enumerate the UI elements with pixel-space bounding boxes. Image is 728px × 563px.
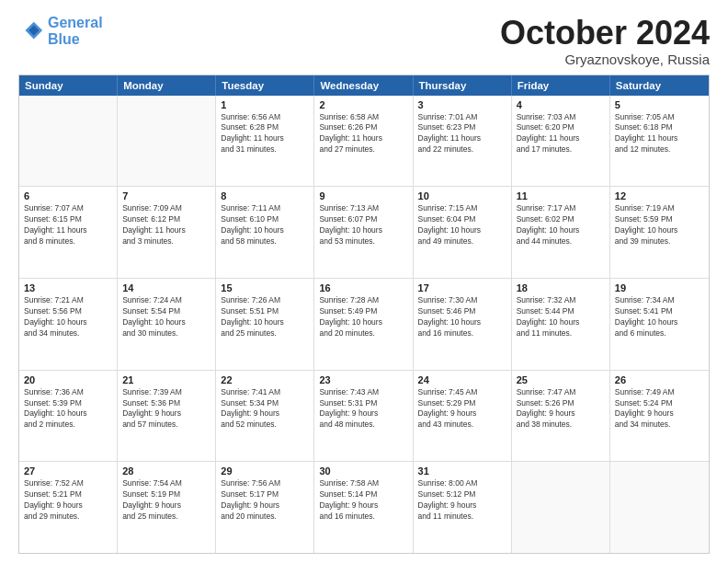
calendar-header: SundayMondayTuesdayWednesdayThursdayFrid… <box>19 75 709 96</box>
day-info: Sunrise: 7:45 AM Sunset: 5:29 PM Dayligh… <box>418 387 506 431</box>
day-info: Sunrise: 7:54 AM Sunset: 5:19 PM Dayligh… <box>122 478 210 523</box>
calendar-cell: 26Sunrise: 7:49 AM Sunset: 5:24 PM Dayli… <box>610 371 709 462</box>
day-info: Sunrise: 7:52 AM Sunset: 5:21 PM Dayligh… <box>24 478 112 523</box>
month-title: October 2024 <box>500 15 710 52</box>
day-info: Sunrise: 7:30 AM Sunset: 5:46 PM Dayligh… <box>418 295 506 339</box>
calendar-cell: 3Sunrise: 7:01 AM Sunset: 6:23 PM Daylig… <box>414 96 512 187</box>
calendar: SundayMondayTuesdayWednesdayThursdayFrid… <box>18 75 710 554</box>
calendar-cell: 8Sunrise: 7:11 AM Sunset: 6:10 PM Daylig… <box>216 187 314 278</box>
day-info: Sunrise: 7:01 AM Sunset: 6:23 PM Dayligh… <box>418 112 506 156</box>
calendar-cell: 25Sunrise: 7:47 AM Sunset: 5:26 PM Dayli… <box>512 371 610 462</box>
weekday-header: Sunday <box>19 75 118 96</box>
day-info: Sunrise: 7:43 AM Sunset: 5:31 PM Dayligh… <box>319 387 407 431</box>
day-info: Sunrise: 7:11 AM Sunset: 6:10 PM Dayligh… <box>221 203 309 247</box>
calendar-row: 6Sunrise: 7:07 AM Sunset: 6:15 PM Daylig… <box>19 187 709 279</box>
day-info: Sunrise: 7:32 AM Sunset: 5:44 PM Dayligh… <box>517 295 605 339</box>
weekday-header: Saturday <box>610 75 709 96</box>
day-info: Sunrise: 7:39 AM Sunset: 5:36 PM Dayligh… <box>122 387 210 431</box>
header: General Blue October 2024 Gryaznovskoye,… <box>18 15 710 67</box>
calendar-cell: 31Sunrise: 8:00 AM Sunset: 5:12 PM Dayli… <box>414 462 512 553</box>
calendar-cell: 27Sunrise: 7:52 AM Sunset: 5:21 PM Dayli… <box>19 462 118 553</box>
day-number: 4 <box>517 99 605 110</box>
day-number: 6 <box>24 190 112 201</box>
calendar-cell: 5Sunrise: 7:05 AM Sunset: 6:18 PM Daylig… <box>610 96 709 187</box>
day-number: 18 <box>517 282 605 293</box>
day-number: 5 <box>615 99 704 110</box>
calendar-cell: 13Sunrise: 7:21 AM Sunset: 5:56 PM Dayli… <box>19 279 118 370</box>
logo: General Blue <box>18 15 103 47</box>
day-number: 1 <box>221 99 309 110</box>
calendar-cell: 28Sunrise: 7:54 AM Sunset: 5:19 PM Dayli… <box>118 462 216 553</box>
day-number: 21 <box>122 374 210 385</box>
day-number: 7 <box>122 190 210 201</box>
calendar-cell: 2Sunrise: 6:58 AM Sunset: 6:26 PM Daylig… <box>314 96 413 187</box>
day-number: 8 <box>221 190 309 201</box>
calendar-cell: 9Sunrise: 7:13 AM Sunset: 6:07 PM Daylig… <box>314 187 413 278</box>
day-number: 31 <box>418 465 506 477</box>
calendar-cell <box>610 462 709 553</box>
day-info: Sunrise: 6:58 AM Sunset: 6:26 PM Dayligh… <box>319 112 407 156</box>
day-info: Sunrise: 7:24 AM Sunset: 5:54 PM Dayligh… <box>122 295 210 339</box>
day-info: Sunrise: 7:19 AM Sunset: 5:59 PM Dayligh… <box>615 203 704 247</box>
day-info: Sunrise: 7:26 AM Sunset: 5:51 PM Dayligh… <box>221 295 309 339</box>
weekday-header: Monday <box>118 75 216 96</box>
day-number: 19 <box>615 282 704 293</box>
day-info: Sunrise: 7:49 AM Sunset: 5:24 PM Dayligh… <box>615 387 704 431</box>
calendar-cell: 23Sunrise: 7:43 AM Sunset: 5:31 PM Dayli… <box>314 371 413 462</box>
calendar-cell: 6Sunrise: 7:07 AM Sunset: 6:15 PM Daylig… <box>19 187 118 278</box>
calendar-cell: 16Sunrise: 7:28 AM Sunset: 5:49 PM Dayli… <box>314 279 413 370</box>
calendar-cell: 12Sunrise: 7:19 AM Sunset: 5:59 PM Dayli… <box>610 187 709 278</box>
logo-text: General Blue <box>48 15 103 47</box>
calendar-cell <box>19 96 118 187</box>
day-number: 27 <box>24 465 112 477</box>
calendar-cell: 18Sunrise: 7:32 AM Sunset: 5:44 PM Dayli… <box>512 279 610 370</box>
day-info: Sunrise: 7:28 AM Sunset: 5:49 PM Dayligh… <box>319 295 407 339</box>
calendar-row: 20Sunrise: 7:36 AM Sunset: 5:39 PM Dayli… <box>19 371 709 463</box>
calendar-cell: 17Sunrise: 7:30 AM Sunset: 5:46 PM Dayli… <box>414 279 512 370</box>
day-number: 28 <box>122 465 210 477</box>
day-number: 11 <box>517 190 605 201</box>
calendar-cell: 30Sunrise: 7:58 AM Sunset: 5:14 PM Dayli… <box>314 462 413 553</box>
day-number: 2 <box>319 99 407 110</box>
calendar-cell: 14Sunrise: 7:24 AM Sunset: 5:54 PM Dayli… <box>118 279 216 370</box>
calendar-cell <box>118 96 216 187</box>
day-number: 14 <box>122 282 210 293</box>
logo-icon <box>18 18 44 44</box>
day-info: Sunrise: 7:36 AM Sunset: 5:39 PM Dayligh… <box>24 387 112 431</box>
day-info: Sunrise: 7:56 AM Sunset: 5:17 PM Dayligh… <box>221 478 309 523</box>
day-number: 12 <box>615 190 704 201</box>
page: General Blue October 2024 Gryaznovskoye,… <box>0 0 728 563</box>
day-number: 20 <box>24 374 112 385</box>
calendar-cell: 24Sunrise: 7:45 AM Sunset: 5:29 PM Dayli… <box>414 371 512 462</box>
day-number: 22 <box>221 374 309 385</box>
day-number: 30 <box>319 465 407 477</box>
day-number: 16 <box>319 282 407 293</box>
weekday-header: Thursday <box>414 75 512 96</box>
day-number: 9 <box>319 190 407 201</box>
weekday-header: Friday <box>512 75 610 96</box>
calendar-cell: 15Sunrise: 7:26 AM Sunset: 5:51 PM Dayli… <box>216 279 314 370</box>
day-info: Sunrise: 7:07 AM Sunset: 6:15 PM Dayligh… <box>24 203 112 247</box>
title-block: October 2024 Gryaznovskoye, Russia <box>500 15 710 67</box>
day-number: 3 <box>418 99 506 110</box>
day-number: 23 <box>319 374 407 385</box>
calendar-cell: 1Sunrise: 6:56 AM Sunset: 6:28 PM Daylig… <box>216 96 314 187</box>
calendar-row: 13Sunrise: 7:21 AM Sunset: 5:56 PM Dayli… <box>19 279 709 371</box>
day-info: Sunrise: 7:34 AM Sunset: 5:41 PM Dayligh… <box>615 295 704 339</box>
calendar-cell: 29Sunrise: 7:56 AM Sunset: 5:17 PM Dayli… <box>216 462 314 553</box>
calendar-cell: 22Sunrise: 7:41 AM Sunset: 5:34 PM Dayli… <box>216 371 314 462</box>
day-info: Sunrise: 7:15 AM Sunset: 6:04 PM Dayligh… <box>418 203 506 247</box>
day-info: Sunrise: 7:09 AM Sunset: 6:12 PM Dayligh… <box>122 203 210 247</box>
day-info: Sunrise: 8:00 AM Sunset: 5:12 PM Dayligh… <box>418 478 506 523</box>
day-info: Sunrise: 7:13 AM Sunset: 6:07 PM Dayligh… <box>319 203 407 247</box>
calendar-cell: 19Sunrise: 7:34 AM Sunset: 5:41 PM Dayli… <box>610 279 709 370</box>
weekday-header: Wednesday <box>314 75 413 96</box>
day-info: Sunrise: 7:17 AM Sunset: 6:02 PM Dayligh… <box>517 203 605 247</box>
location: Gryaznovskoye, Russia <box>500 52 710 67</box>
calendar-cell: 4Sunrise: 7:03 AM Sunset: 6:20 PM Daylig… <box>512 96 610 187</box>
day-number: 25 <box>517 374 605 385</box>
day-number: 10 <box>418 190 506 201</box>
day-info: Sunrise: 7:05 AM Sunset: 6:18 PM Dayligh… <box>615 112 704 156</box>
day-info: Sunrise: 7:41 AM Sunset: 5:34 PM Dayligh… <box>221 387 309 431</box>
day-number: 15 <box>221 282 309 293</box>
